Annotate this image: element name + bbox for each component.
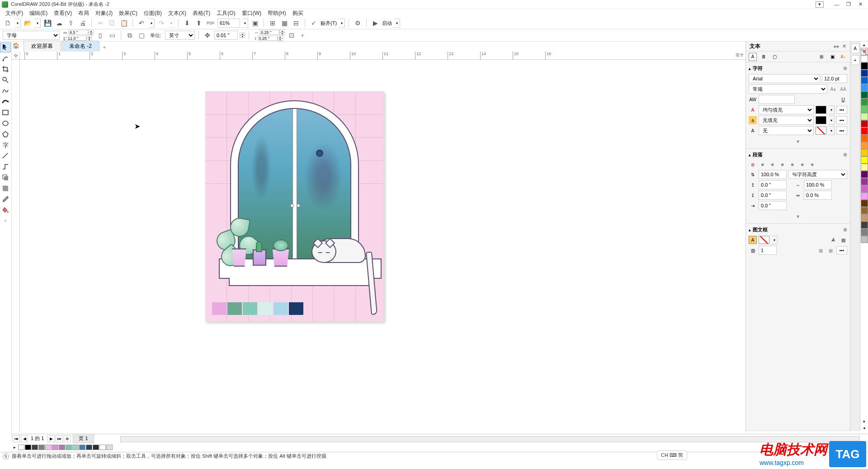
menu-file[interactable]: 文件(F) (3, 9, 26, 18)
palette-color[interactable] (861, 185, 868, 192)
undo-dropdown[interactable]: ▾ (148, 19, 155, 28)
char-spacing-input[interactable] (804, 180, 832, 189)
crop-tool[interactable] (0, 64, 11, 74)
fill-tool[interactable] (0, 205, 11, 215)
artistic-media-tool[interactable] (0, 97, 11, 107)
frame-valign-icon[interactable]: A (749, 236, 757, 244)
page-last-button[interactable]: ⏭ (56, 435, 63, 442)
menu-window[interactable]: 窗口(W) (239, 9, 264, 18)
treat-as-filled-button[interactable]: ⊡ (287, 30, 297, 40)
palette-color[interactable] (861, 120, 868, 127)
page-preset-combo[interactable]: 字母 (3, 31, 60, 40)
redo-button[interactable]: ↷ (156, 18, 166, 28)
char-bgfill-combo[interactable]: 无填充 (759, 116, 814, 125)
palette-color[interactable] (861, 236, 868, 243)
palette-color[interactable] (861, 178, 868, 185)
copy-button[interactable]: ⿻ (107, 18, 117, 28)
import-button[interactable]: ⬇ (182, 18, 192, 28)
portrait-button[interactable]: ▯ (95, 30, 105, 40)
docker-tab-add[interactable]: + (851, 55, 859, 65)
char-settings-icon[interactable]: ⚙ (843, 66, 847, 71)
frame-wrap-icon[interactable]: ▤ (839, 236, 847, 244)
menu-buy[interactable]: 购买 (290, 9, 306, 18)
doc-palette-color[interactable] (72, 445, 79, 450)
palette-color[interactable] (861, 77, 868, 84)
freehand-tool[interactable] (0, 86, 11, 96)
palette-color[interactable] (861, 149, 868, 156)
open-dropdown[interactable]: ▾ (34, 19, 41, 28)
page-add-button[interactable]: ⊕ (64, 435, 71, 442)
doc-palette-color[interactable] (45, 445, 52, 450)
palette-color[interactable] (861, 55, 868, 62)
char-fill-combo[interactable]: 均匀填充 (759, 105, 814, 114)
menu-help[interactable]: 帮助(H) (265, 9, 289, 18)
page-tab-1[interactable]: 页 1 (73, 434, 94, 443)
small-caps-icon[interactable]: Aᴀ (829, 85, 837, 93)
doc-palette-color[interactable] (59, 445, 65, 450)
page-next-button[interactable]: ▶ (47, 435, 55, 442)
palette-color[interactable] (861, 127, 868, 135)
text-para-icon[interactable]: ≣ (760, 53, 768, 61)
menu-table[interactable]: 表格(T) (190, 9, 213, 18)
char-bgfill-color[interactable] (816, 116, 826, 124)
docker-close-icon[interactable]: ✕ (842, 43, 846, 49)
add-toolbar-button[interactable]: + (298, 31, 307, 39)
palette-down-icon[interactable]: ▾ (860, 418, 868, 425)
close-button[interactable]: ✕ (856, 1, 864, 8)
line-spacing-input[interactable] (759, 170, 787, 179)
eyedropper-tool[interactable] (0, 194, 11, 204)
doc-palette-color[interactable] (79, 445, 85, 450)
doc-palette-arrow-icon[interactable]: ▸ (14, 445, 16, 450)
landscape-button[interactable]: ▭ (107, 30, 117, 40)
vertical-ruler[interactable] (12, 60, 20, 431)
palette-color[interactable] (861, 70, 868, 77)
all-pages-button[interactable]: ⧉ (125, 30, 135, 40)
open-button[interactable]: 📂 (23, 18, 33, 28)
menu-effects[interactable]: 效果(C) (116, 9, 140, 18)
font-size-input[interactable] (822, 74, 847, 83)
add-tool-button[interactable]: + (0, 216, 11, 226)
no-align-button[interactable]: ⊘ (749, 160, 757, 169)
horizontal-ruler[interactable]: 012345678910111213141516 (20, 52, 745, 60)
before-para-input[interactable] (759, 180, 787, 189)
rectangle-tool[interactable] (0, 108, 11, 117)
palette-color[interactable] (861, 113, 868, 120)
font-style-combo[interactable]: 常规 (749, 84, 827, 94)
paste-button[interactable]: 📋 (119, 18, 129, 28)
launch-label[interactable]: 启动 (382, 20, 392, 27)
docker-collapse-icon[interactable]: ▸▸ (834, 43, 840, 49)
nudge-input[interactable] (214, 31, 238, 40)
doc-palette-color[interactable] (25, 445, 31, 450)
doc-palette-color[interactable] (86, 445, 92, 450)
new-dropdown[interactable]: ▾ (14, 19, 21, 28)
doc-palette-color[interactable] (99, 445, 106, 450)
doc-palette-color[interactable] (52, 445, 58, 450)
menu-bitmap[interactable]: 位图(B) (141, 9, 165, 18)
guidelines-button[interactable]: ⊟ (291, 18, 301, 28)
frame-settings-icon[interactable]: ⚙ (843, 227, 847, 232)
palette-color[interactable] (861, 221, 868, 229)
docker-opt1-icon[interactable]: ⊞ (817, 53, 826, 61)
current-page-button[interactable]: ▢ (137, 30, 146, 40)
cloud-up-button[interactable]: ⇪ (66, 18, 76, 28)
doc-palette-color[interactable] (32, 445, 38, 450)
cloud-button[interactable]: ☁ (54, 18, 64, 28)
text-tool[interactable]: 字 (0, 140, 11, 150)
align-center-button[interactable]: ≡ (769, 160, 777, 169)
indent-input[interactable] (759, 201, 787, 210)
palette-color[interactable] (861, 98, 868, 106)
align-force-button[interactable]: ≡ (798, 160, 807, 169)
char-outline-combo[interactable]: 无 (759, 126, 814, 135)
undo-button[interactable]: ↶ (137, 18, 146, 28)
docker-opt2-icon[interactable]: ▣ (828, 53, 836, 61)
palette-color[interactable] (861, 229, 868, 236)
minimize-button[interactable]: — (833, 1, 841, 8)
palette-color[interactable] (861, 214, 868, 221)
frame-more[interactable]: ••• (836, 246, 847, 254)
char-fill-color[interactable] (816, 106, 826, 114)
snap-toggle[interactable]: ✓ (309, 18, 319, 28)
launch-icon[interactable]: ▶ (370, 18, 380, 28)
no-color-swatch[interactable]: ✕ (861, 48, 868, 55)
palette-color[interactable] (861, 200, 868, 207)
palette-color[interactable] (861, 156, 868, 164)
